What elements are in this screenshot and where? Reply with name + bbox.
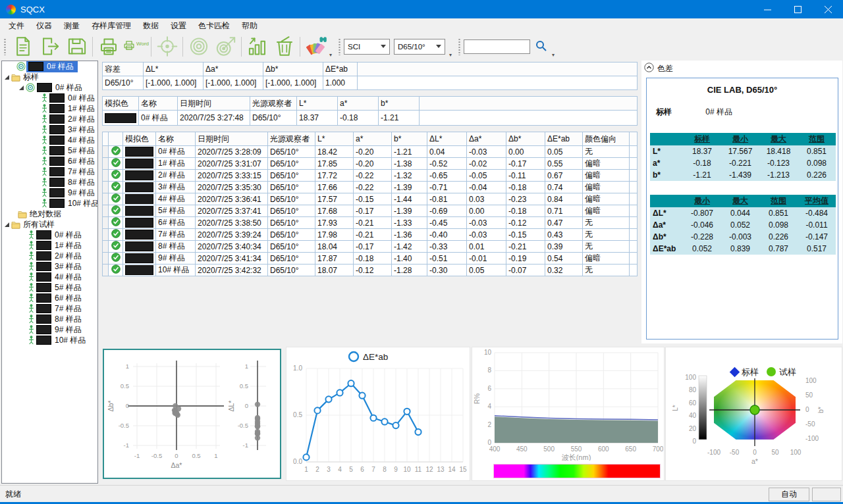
tree-item-standard-group[interactable]: 标样 xyxy=(2,72,97,82)
menu-item-6[interactable]: 设置 xyxy=(165,18,192,34)
tolerance-row[interactable]: D65/10°[-1.000, 1.000][-1.000, 1.000][-1… xyxy=(103,76,638,90)
print-button[interactable] xyxy=(95,34,122,59)
tree-item-sample-1[interactable]: 1# 样品 xyxy=(2,240,97,251)
tree-item-sample-0[interactable]: 0# 样品 xyxy=(2,230,97,240)
tree-item-sample-5[interactable]: 5# 样品 xyxy=(2,282,97,293)
column-header[interactable]: 模拟色 xyxy=(103,97,139,111)
result-row-3[interactable]: 3# 样品2020/7/25 3:35:30D65/10°17.66-0.22-… xyxy=(103,182,638,193)
menu-item-3[interactable]: 测量 xyxy=(58,18,86,34)
toolbar-grip[interactable] xyxy=(458,38,460,55)
collapse-panel-button[interactable] xyxy=(644,63,654,74)
column-header[interactable]: 日期时间 xyxy=(196,132,268,146)
column-header[interactable]: 日期时间 xyxy=(178,97,250,111)
save-button[interactable] xyxy=(63,34,90,59)
toolbar-overflow-button[interactable]: ▾ xyxy=(329,53,332,58)
search-input[interactable] xyxy=(464,39,530,54)
tree-item-sample-3[interactable]: 3# 样品 xyxy=(2,261,97,272)
chart-delta-ab-scatter[interactable]: -1-1-0.5-0.5000.50.511Δa*Δb*-1-0.500.51Δ… xyxy=(103,349,281,479)
expander-icon[interactable] xyxy=(5,222,9,227)
tree-item-standard-sample-2[interactable]: 2# 样品 xyxy=(2,114,97,124)
result-row-8[interactable]: 8# 样品2020/7/25 3:40:34D65/10°18.04-0.17-… xyxy=(103,241,638,253)
expander-icon[interactable] xyxy=(5,75,9,80)
column-header[interactable] xyxy=(358,63,638,76)
measure-standard-button[interactable] xyxy=(185,34,212,59)
column-header[interactable]: 光源观察者 xyxy=(250,97,297,111)
tree-item-sample-4[interactable]: 4# 样品 xyxy=(2,272,97,282)
tree-item-sample-10[interactable]: 10# 样品 xyxy=(2,335,97,345)
chart-delta-e-trend[interactable]: 1234567891011121314150.00.51.0ΔE*ab xyxy=(286,347,470,481)
result-row-2[interactable]: 2# 样品2020/7/25 3:33:15D65/10°17.72-0.22-… xyxy=(103,170,638,182)
result-row-9[interactable]: 9# 样品2020/7/25 3:41:34D65/10°17.87-0.18-… xyxy=(103,253,638,265)
column-header[interactable]: a* xyxy=(338,97,379,111)
column-header[interactable]: a* xyxy=(354,132,392,146)
menu-item-8[interactable]: 帮助 xyxy=(236,18,263,34)
column-header[interactable]: Δb* xyxy=(263,63,323,76)
column-header[interactable]: 容差 xyxy=(103,63,144,76)
column-header[interactable]: 模拟色 xyxy=(123,132,156,146)
column-header[interactable]: b* xyxy=(379,97,420,111)
result-row-0[interactable]: 0# 样品2020/7/25 3:28:09D65/10°18.42-0.20-… xyxy=(103,146,638,158)
result-row-5[interactable]: 5# 样品2020/7/25 3:37:41D65/10°17.68-0.17-… xyxy=(103,205,638,217)
chart-button[interactable] xyxy=(244,34,271,59)
tree-item-sample-7[interactable]: 7# 样品 xyxy=(2,303,97,314)
column-header[interactable] xyxy=(630,132,638,146)
toolbar-grip[interactable] xyxy=(4,38,6,55)
column-header[interactable]: 光源观察者 xyxy=(268,132,315,146)
menu-item-7[interactable]: 色卡匹检 xyxy=(192,18,236,34)
tree-item-standard-sample-7[interactable]: 7# 样品 xyxy=(2,166,97,177)
column-header[interactable]: ΔL* xyxy=(144,63,204,76)
chart-lab-gamut[interactable]: 100806040200L*-100-50050100a*100500-50-1… xyxy=(665,347,842,481)
close-button[interactable] xyxy=(813,0,843,18)
column-header[interactable]: Δb* xyxy=(506,132,545,146)
result-row-6[interactable]: 6# 样品2020/7/25 3:38:50D65/10°17.93-0.21-… xyxy=(103,217,638,229)
toolbar-grip[interactable] xyxy=(339,38,340,55)
column-header[interactable] xyxy=(420,97,638,111)
tree-item-all-samples[interactable]: 所有试样 xyxy=(2,219,97,230)
column-header[interactable]: 名称 xyxy=(139,97,178,111)
result-row-4[interactable]: 4# 样品2020/7/25 3:36:41D65/10°17.57-0.15-… xyxy=(103,193,638,205)
result-row-10[interactable]: 10# 样品2020/7/25 3:42:32D65/10°18.07-0.12… xyxy=(103,265,638,276)
column-header[interactable]: Δa* xyxy=(204,63,263,76)
export-button[interactable] xyxy=(36,34,63,59)
menu-item-2[interactable]: 仪器 xyxy=(30,18,58,34)
column-header[interactable] xyxy=(109,132,123,146)
column-header[interactable]: 颜色偏向 xyxy=(583,132,630,146)
delete-button[interactable] xyxy=(271,34,298,59)
column-header[interactable]: L* xyxy=(297,97,338,111)
calibrate-button[interactable] xyxy=(153,34,180,59)
tree-item-absolute-data[interactable]: 绝对数据 xyxy=(2,209,97,219)
new-document-button[interactable] xyxy=(9,34,36,59)
tree-item-standard-sample-4[interactable]: 4# 样品 xyxy=(2,135,97,145)
menu-item-5[interactable]: 数据 xyxy=(137,18,165,34)
illuminant-combo[interactable]: D65/10° xyxy=(394,39,445,55)
column-header[interactable]: b* xyxy=(392,132,427,146)
expander-icon[interactable] xyxy=(19,86,24,90)
menu-item-4[interactable]: 存样库管理 xyxy=(86,18,137,34)
menu-item-1[interactable]: 文件 xyxy=(3,18,30,34)
result-row-1[interactable]: 1# 样品2020/7/25 3:31:07D65/10°17.85-0.20-… xyxy=(103,158,638,170)
color-match-button[interactable] xyxy=(302,34,329,59)
sci-mode-combo[interactable]: SCI xyxy=(344,39,390,55)
search-icon[interactable] xyxy=(535,40,547,53)
tree-item-standard-sample-1[interactable]: 1# 样品 xyxy=(2,103,97,114)
column-header[interactable]: 名称 xyxy=(156,132,196,146)
column-header[interactable]: ΔE*ab xyxy=(545,132,583,146)
tree-item-standard-sample-0[interactable]: 0# 样品 xyxy=(2,93,97,103)
tree-item-sample-6[interactable]: 6# 样品 xyxy=(2,293,97,303)
tree-item-standard-sample-5[interactable]: 5# 样品 xyxy=(2,145,97,156)
tree-item-standard-sample-8[interactable]: 8# 样品 xyxy=(2,177,97,188)
tree-item-standard-sample-3[interactable]: 3# 样品 xyxy=(2,124,97,135)
column-header[interactable]: ΔL* xyxy=(427,132,467,146)
column-header[interactable] xyxy=(103,132,109,146)
tree-item-sample-9[interactable]: 9# 样品 xyxy=(2,324,97,335)
tree-item-standard[interactable]: 0# 样品 xyxy=(2,82,97,93)
toolbar-overflow-button[interactable]: ▾ xyxy=(552,53,555,58)
column-header[interactable]: ΔE*ab xyxy=(323,63,358,76)
result-row-7[interactable]: 7# 样品2020/7/25 3:39:24D65/10°17.98-0.21-… xyxy=(103,229,638,241)
auto-mode-button[interactable]: 自动 xyxy=(769,488,809,501)
measure-sample-button[interactable] xyxy=(212,34,239,59)
print-word-button[interactable]: Word xyxy=(122,34,149,59)
maximize-button[interactable] xyxy=(782,0,813,18)
minimize-button[interactable] xyxy=(752,0,782,18)
toolbar-overflow-button[interactable]: ▾ xyxy=(449,53,452,58)
